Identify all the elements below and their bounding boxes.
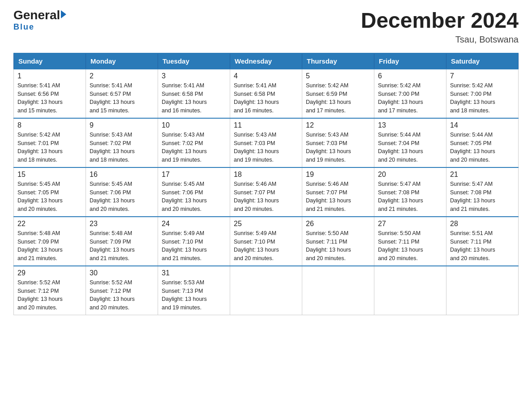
calendar-day-13: 13 Sunrise: 5:44 AM Sunset: 7:04 PM Dayl… <box>374 118 446 167</box>
col-saturday: Saturday <box>446 53 519 69</box>
day-info: Sunrise: 5:41 AM Sunset: 6:57 PM Dayligh… <box>90 81 154 115</box>
day-number: 16 <box>90 171 154 179</box>
day-info: Sunrise: 5:52 AM Sunset: 7:12 PM Dayligh… <box>90 278 154 312</box>
calendar-day-11: 11 Sunrise: 5:43 AM Sunset: 7:03 PM Dayl… <box>230 118 302 167</box>
day-number: 27 <box>378 220 442 228</box>
calendar-day-21: 21 Sunrise: 5:47 AM Sunset: 7:08 PM Dayl… <box>446 167 519 217</box>
day-info: Sunrise: 5:50 AM Sunset: 7:11 PM Dayligh… <box>306 229 370 263</box>
calendar-day-2: 2 Sunrise: 5:41 AM Sunset: 6:57 PM Dayli… <box>86 69 158 118</box>
title-block: December 2024 Tsau, Botswana <box>361 9 519 45</box>
day-number: 2 <box>90 72 154 80</box>
calendar-day-4: 4 Sunrise: 5:41 AM Sunset: 6:58 PM Dayli… <box>230 69 302 118</box>
day-number: 13 <box>378 121 442 129</box>
day-info: Sunrise: 5:43 AM Sunset: 7:03 PM Dayligh… <box>234 131 298 164</box>
day-info: Sunrise: 5:48 AM Sunset: 7:09 PM Dayligh… <box>17 229 82 263</box>
logo-general: General <box>13 9 60 21</box>
day-info: Sunrise: 5:42 AM Sunset: 7:00 PM Dayligh… <box>450 81 515 115</box>
calendar-day-18: 18 Sunrise: 5:46 AM Sunset: 7:07 PM Dayl… <box>230 167 302 217</box>
day-info: Sunrise: 5:42 AM Sunset: 7:00 PM Dayligh… <box>378 81 442 115</box>
calendar-day-26: 26 Sunrise: 5:50 AM Sunset: 7:11 PM Dayl… <box>302 217 374 266</box>
calendar-day-22: 22 Sunrise: 5:48 AM Sunset: 7:09 PM Dayl… <box>14 217 86 266</box>
day-number: 5 <box>306 72 370 80</box>
calendar-day-14: 14 Sunrise: 5:44 AM Sunset: 7:05 PM Dayl… <box>446 118 519 167</box>
calendar-week-4: 22 Sunrise: 5:48 AM Sunset: 7:09 PM Dayl… <box>14 217 519 266</box>
day-info: Sunrise: 5:48 AM Sunset: 7:09 PM Dayligh… <box>90 229 154 263</box>
col-wednesday: Wednesday <box>230 53 302 69</box>
calendar-day-25: 25 Sunrise: 5:49 AM Sunset: 7:10 PM Dayl… <box>230 217 302 266</box>
day-number: 22 <box>17 220 82 228</box>
day-number: 7 <box>450 72 515 80</box>
col-tuesday: Tuesday <box>158 53 230 69</box>
calendar-table: Sunday Monday Tuesday Wednesday Thursday… <box>13 53 519 315</box>
day-number: 6 <box>378 72 442 80</box>
calendar-empty-w4d5 <box>374 266 446 315</box>
day-number: 19 <box>306 171 370 179</box>
day-info: Sunrise: 5:51 AM Sunset: 7:11 PM Dayligh… <box>450 229 515 263</box>
day-number: 29 <box>17 269 82 277</box>
day-info: Sunrise: 5:45 AM Sunset: 7:06 PM Dayligh… <box>162 180 226 214</box>
day-info: Sunrise: 5:42 AM Sunset: 7:01 PM Dayligh… <box>17 131 82 164</box>
calendar-day-5: 5 Sunrise: 5:42 AM Sunset: 6:59 PM Dayli… <box>302 69 374 118</box>
calendar-day-29: 29 Sunrise: 5:52 AM Sunset: 7:12 PM Dayl… <box>14 266 86 315</box>
calendar-day-17: 17 Sunrise: 5:45 AM Sunset: 7:06 PM Dayl… <box>158 167 230 217</box>
calendar-header-row: Sunday Monday Tuesday Wednesday Thursday… <box>14 53 519 69</box>
calendar-day-12: 12 Sunrise: 5:43 AM Sunset: 7:03 PM Dayl… <box>302 118 374 167</box>
calendar-day-27: 27 Sunrise: 5:50 AM Sunset: 7:11 PM Dayl… <box>374 217 446 266</box>
day-info: Sunrise: 5:41 AM Sunset: 6:56 PM Dayligh… <box>17 81 82 115</box>
day-info: Sunrise: 5:42 AM Sunset: 6:59 PM Dayligh… <box>306 81 370 115</box>
calendar-day-3: 3 Sunrise: 5:41 AM Sunset: 6:58 PM Dayli… <box>158 69 230 118</box>
day-info: Sunrise: 5:46 AM Sunset: 7:07 PM Dayligh… <box>234 180 298 214</box>
calendar-day-1: 1 Sunrise: 5:41 AM Sunset: 6:56 PM Dayli… <box>14 69 86 118</box>
calendar-day-7: 7 Sunrise: 5:42 AM Sunset: 7:00 PM Dayli… <box>446 69 519 118</box>
month-title: December 2024 <box>361 9 519 33</box>
calendar-week-1: 1 Sunrise: 5:41 AM Sunset: 6:56 PM Dayli… <box>14 69 519 118</box>
day-info: Sunrise: 5:49 AM Sunset: 7:10 PM Dayligh… <box>162 229 226 263</box>
calendar-day-19: 19 Sunrise: 5:46 AM Sunset: 7:07 PM Dayl… <box>302 167 374 217</box>
calendar-day-10: 10 Sunrise: 5:43 AM Sunset: 7:02 PM Dayl… <box>158 118 230 167</box>
day-number: 3 <box>162 72 226 80</box>
day-info: Sunrise: 5:50 AM Sunset: 7:11 PM Dayligh… <box>378 229 442 263</box>
day-number: 14 <box>450 121 515 129</box>
day-info: Sunrise: 5:41 AM Sunset: 6:58 PM Dayligh… <box>234 81 298 115</box>
calendar-day-30: 30 Sunrise: 5:52 AM Sunset: 7:12 PM Dayl… <box>86 266 158 315</box>
calendar-empty-w4d6 <box>446 266 519 315</box>
day-number: 9 <box>90 121 154 129</box>
calendar-day-24: 24 Sunrise: 5:49 AM Sunset: 7:10 PM Dayl… <box>158 217 230 266</box>
day-number: 18 <box>234 171 298 179</box>
calendar-day-20: 20 Sunrise: 5:47 AM Sunset: 7:08 PM Dayl… <box>374 167 446 217</box>
col-friday: Friday <box>374 53 446 69</box>
day-info: Sunrise: 5:45 AM Sunset: 7:05 PM Dayligh… <box>17 180 82 214</box>
calendar-empty-w4d4 <box>302 266 374 315</box>
day-info: Sunrise: 5:43 AM Sunset: 7:02 PM Dayligh… <box>90 131 154 164</box>
calendar-empty-w4d3 <box>230 266 302 315</box>
day-info: Sunrise: 5:44 AM Sunset: 7:04 PM Dayligh… <box>378 131 442 164</box>
day-info: Sunrise: 5:45 AM Sunset: 7:06 PM Dayligh… <box>90 180 154 214</box>
day-number: 1 <box>17 72 82 80</box>
page-header: General Blue December 2024 Tsau, Botswan… <box>13 9 519 45</box>
col-sunday: Sunday <box>14 53 86 69</box>
calendar-week-3: 15 Sunrise: 5:45 AM Sunset: 7:05 PM Dayl… <box>14 167 519 217</box>
day-number: 23 <box>90 220 154 228</box>
calendar-day-8: 8 Sunrise: 5:42 AM Sunset: 7:01 PM Dayli… <box>14 118 86 167</box>
calendar-week-5: 29 Sunrise: 5:52 AM Sunset: 7:12 PM Dayl… <box>14 266 519 315</box>
col-thursday: Thursday <box>302 53 374 69</box>
calendar-day-6: 6 Sunrise: 5:42 AM Sunset: 7:00 PM Dayli… <box>374 69 446 118</box>
day-info: Sunrise: 5:52 AM Sunset: 7:12 PM Dayligh… <box>17 278 82 312</box>
calendar-day-31: 31 Sunrise: 5:53 AM Sunset: 7:13 PM Dayl… <box>158 266 230 315</box>
day-info: Sunrise: 5:43 AM Sunset: 7:03 PM Dayligh… <box>306 131 370 164</box>
day-info: Sunrise: 5:44 AM Sunset: 7:05 PM Dayligh… <box>450 131 515 164</box>
logo-blue: Blue <box>13 22 34 32</box>
day-number: 26 <box>306 220 370 228</box>
day-number: 28 <box>450 220 515 228</box>
day-number: 4 <box>234 72 298 80</box>
day-info: Sunrise: 5:53 AM Sunset: 7:13 PM Dayligh… <box>162 278 226 312</box>
day-info: Sunrise: 5:47 AM Sunset: 7:08 PM Dayligh… <box>450 180 515 214</box>
day-info: Sunrise: 5:46 AM Sunset: 7:07 PM Dayligh… <box>306 180 370 214</box>
day-number: 30 <box>90 269 154 277</box>
day-info: Sunrise: 5:43 AM Sunset: 7:02 PM Dayligh… <box>162 131 226 164</box>
day-number: 15 <box>17 171 82 179</box>
day-number: 31 <box>162 269 226 277</box>
day-number: 11 <box>234 121 298 129</box>
logo: General Blue <box>13 9 66 32</box>
day-number: 10 <box>162 121 226 129</box>
